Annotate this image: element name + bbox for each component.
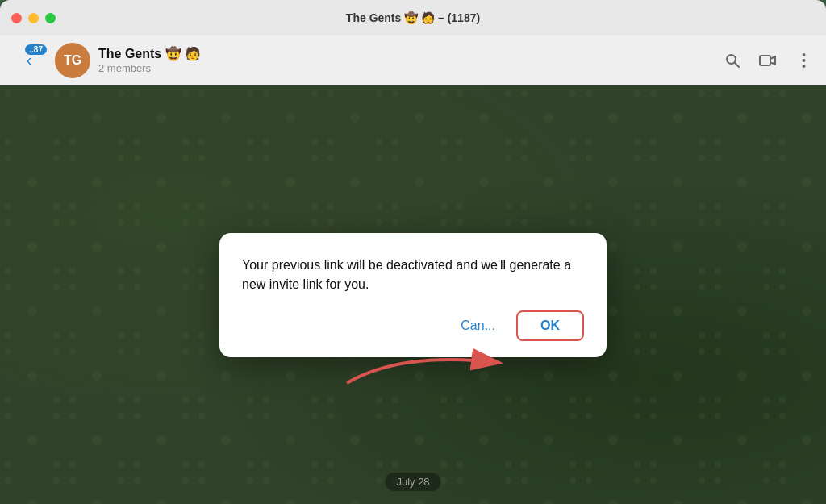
dialog: Your previous link will be deactivated a… xyxy=(219,233,607,357)
maximize-button[interactable] xyxy=(45,13,56,23)
video-icon xyxy=(759,53,777,68)
search-button[interactable] xyxy=(721,49,744,72)
svg-point-3 xyxy=(802,53,805,56)
chat-info: The Gents 🤠 🧑 2 members xyxy=(98,46,713,74)
svg-point-5 xyxy=(802,65,805,68)
header-actions xyxy=(721,49,815,72)
svg-line-1 xyxy=(735,63,739,67)
cancel-button[interactable]: Can... xyxy=(446,312,510,339)
dialog-message: Your previous link will be deactivated a… xyxy=(242,256,584,294)
window-title: The Gents 🤠 🧑 – (1187) xyxy=(346,11,480,24)
more-button[interactable] xyxy=(792,49,815,72)
title-bar: The Gents 🤠 🧑 – (1187) xyxy=(0,0,826,35)
close-button[interactable] xyxy=(11,13,22,23)
avatar[interactable]: TG xyxy=(55,43,90,78)
svg-rect-2 xyxy=(760,56,770,65)
chat-header: ‹ ..87 TG The Gents 🤠 🧑 2 members xyxy=(0,35,826,85)
svg-point-4 xyxy=(802,59,805,62)
unread-badge: ..87 xyxy=(25,44,47,55)
dialog-buttons: Can... OK xyxy=(242,310,584,341)
chat-members: 2 members xyxy=(98,62,713,74)
traffic-lights xyxy=(11,13,56,23)
chat-name: The Gents 🤠 🧑 xyxy=(98,46,713,61)
minimize-button[interactable] xyxy=(28,13,39,23)
chat-background: July 28 Your previous link will be deact… xyxy=(0,85,826,504)
search-icon xyxy=(724,52,740,69)
modal-backdrop: Your previous link will be deactivated a… xyxy=(0,85,826,504)
ok-button-wrapper: OK xyxy=(516,310,584,341)
red-arrow-indicator xyxy=(339,335,532,391)
more-icon xyxy=(802,52,806,69)
ok-button[interactable]: OK xyxy=(516,310,584,341)
video-button[interactable] xyxy=(757,49,779,72)
back-button[interactable]: ‹ ..87 xyxy=(11,43,47,78)
